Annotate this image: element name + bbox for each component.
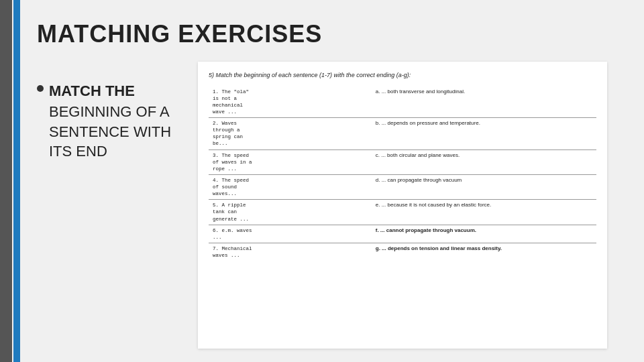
sentence-left: 7. Mechanical waves ... — [209, 243, 372, 261]
table-row: 3. The speed of waves in a rope ...c. ..… — [209, 149, 596, 174]
content-area: MATCH THE BEGINNING OF A SENTENCE WITH I… — [0, 62, 644, 362]
sentence-right: c. ... both circular and plane waves. — [372, 149, 596, 174]
sentence-left: 4. The speed of sound waves... — [209, 174, 372, 199]
table-row: 6. e.m. waves ...f. ... cannot propagate… — [209, 225, 596, 243]
bullet-dot — [37, 85, 44, 92]
slide-title: MATCHING EXERCISES — [37, 20, 604, 48]
left-panel: MATCH THE BEGINNING OF A SENTENCE WITH I… — [37, 62, 184, 349]
sentence-left: 1. The "ola" is not a mechanical wave ..… — [209, 86, 372, 118]
table-row: 5. A ripple tank can generate ...e. ... … — [209, 200, 596, 225]
sentence-left: 5. A ripple tank can generate ... — [209, 200, 372, 225]
sentence-right: b. ... depends on pressure and temperatu… — [372, 118, 596, 150]
doc-header: 5) Match the beginning of each sentence … — [209, 71, 596, 80]
sentence-left: 6. e.m. waves ... — [209, 225, 372, 243]
sentence-right: a. ... both transverse and longitudinal. — [372, 86, 596, 118]
sentence-right: f. ... cannot propagate through vacuum. — [372, 225, 596, 243]
sentence-right: e. ... because it is not caused by an el… — [372, 200, 596, 225]
sentence-right: d. ... can propagate through vacuum — [372, 174, 596, 199]
title-area: MATCHING EXERCISES — [0, 0, 644, 62]
bullet-line2: BEGINNING OF A — [49, 103, 184, 122]
sentence-table: 1. The "ola" is not a mechanical wave ..… — [209, 86, 596, 261]
bullet-item: MATCH THE BEGINNING OF A SENTENCE WITH I… — [37, 82, 184, 161]
bullet-line1: MATCH THE — [49, 82, 184, 101]
table-row: 1. The "ola" is not a mechanical wave ..… — [209, 86, 596, 118]
sentence-right: g. ... depends on tension and linear mas… — [372, 243, 596, 261]
sentence-left: 3. The speed of waves in a rope ... — [209, 149, 372, 174]
sentence-left: 2. Waves through a spring can be... — [209, 118, 372, 150]
slide-container: MATCHING EXERCISES MATCH THE BEGINNING O… — [0, 0, 644, 362]
bullet-line3: SENTENCE WITH ITS END — [49, 123, 184, 161]
table-row: 2. Waves through a spring can be...b. ..… — [209, 118, 596, 150]
table-row: 7. Mechanical waves ...g. ... depends on… — [209, 243, 596, 261]
table-row: 4. The speed of sound waves...d. ... can… — [209, 174, 596, 199]
right-panel: 5) Match the beginning of each sentence … — [198, 62, 607, 349]
